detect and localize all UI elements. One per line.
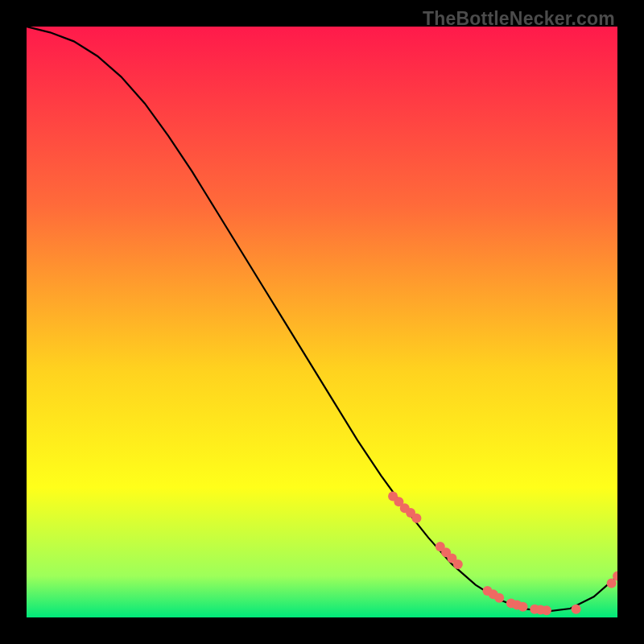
data-marker	[518, 602, 528, 612]
plot-area	[27, 27, 617, 617]
plot-svg	[27, 27, 617, 617]
chart-stage: TheBottleNecker.com	[0, 0, 644, 644]
data-marker	[411, 514, 421, 523]
data-marker	[542, 605, 551, 615]
gradient-background	[27, 27, 617, 617]
data-marker	[494, 593, 504, 603]
data-marker	[453, 559, 463, 569]
data-marker	[572, 605, 581, 614]
watermark-text: TheBottleNecker.com	[423, 8, 615, 30]
